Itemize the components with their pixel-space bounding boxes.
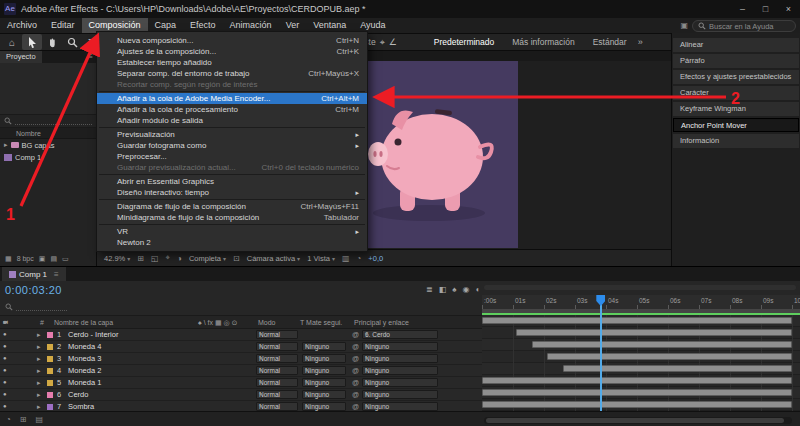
color-depth-label[interactable]: 8 bpc <box>17 255 34 262</box>
menu-item-minidiagrama-de-flujo-de-la-composicion[interactable]: Minidiagrama de flujo de la composiciónT… <box>97 212 367 223</box>
hand-tool-icon[interactable] <box>42 34 62 50</box>
menu-item-newton-2[interactable]: Newton 2 <box>97 237 367 248</box>
trkmat-dropdown[interactable]: Ninguno▾ <box>302 366 346 375</box>
pickwhip-icon[interactable]: @ <box>352 365 359 376</box>
project-column-header[interactable]: Nombre <box>0 128 96 139</box>
menu-item-nueva-composicion[interactable]: Nueva composición...Ctrl+N <box>97 35 367 46</box>
switches-header[interactable]: ♠ \ fx ▦ ◎ ⊙ <box>198 316 237 329</box>
draft-3d-icon[interactable]: ◧ <box>439 285 447 294</box>
expand-toggle[interactable]: ▸ <box>37 329 41 340</box>
project-item-comp-1[interactable]: Comp 1 <box>0 151 96 163</box>
expand-toggle[interactable]: ▸ <box>37 365 41 376</box>
delete-icon[interactable]: ▭ <box>62 255 69 263</box>
parent-dropdown[interactable]: Ninguno▾ <box>362 402 438 411</box>
project-search-field[interactable] <box>15 117 92 125</box>
menubar-item-editar[interactable]: Editar <box>44 18 82 33</box>
time-ruler[interactable]: :00s01s02s03s04s05s06s07s08s09s10s <box>482 295 800 309</box>
sidebar-panel-efectos-y-ajustes-preestablecidos[interactable]: Efectos y ajustes preestablecidos <box>673 70 799 84</box>
mode-dropdown[interactable]: Normal▾ <box>256 390 298 399</box>
mode-dropdown[interactable]: Normal▾ <box>256 378 298 387</box>
menu-item-previsualizacion[interactable]: Previsualización▸ <box>97 129 367 140</box>
pickwhip-icon[interactable]: @ <box>352 353 359 364</box>
expand-toggle[interactable]: ▸ <box>37 341 41 352</box>
current-timecode[interactable]: 0:00:03:20 <box>5 284 62 296</box>
visibility-toggle[interactable]: ● <box>3 365 7 376</box>
timeline-graph[interactable]: :00s01s02s03s04s05s06s07s08s09s10s <box>482 281 800 411</box>
trkmat-dropdown[interactable]: Ninguno▾ <box>302 402 346 411</box>
layer-row-moneda-2[interactable]: ●▸4Moneda 2Normal▾Ninguno▾@Ninguno▾ <box>0 365 482 377</box>
workspace-tab-estandar[interactable]: Estándar <box>584 34 636 50</box>
menu-item-diseno-interactivo-tiempo[interactable]: Diseño interactivo: tiempo▸ <box>97 187 367 198</box>
sidebar-panel-caracter[interactable]: Carácter <box>673 86 799 100</box>
resolution-dropdown[interactable]: Completa▾ <box>189 254 226 263</box>
panel-menu-icon[interactable]: ≡ <box>54 270 59 279</box>
visibility-toggle[interactable]: ● <box>3 341 7 352</box>
parent-dropdown[interactable]: Ninguno▾ <box>362 354 438 363</box>
home-tool-icon[interactable]: ⌂ <box>2 34 22 50</box>
sidebar-panel-informacion[interactable]: Información <box>673 134 799 148</box>
layer-duration-bar[interactable] <box>516 329 792 336</box>
expand-toggle[interactable]: ▸ <box>37 377 41 388</box>
comp-mini-flowchart-icon[interactable]: ≣ <box>426 285 433 294</box>
snapshot-icon[interactable]: ⌖ <box>166 253 171 263</box>
visibility-toggle[interactable]: ● <box>3 377 7 388</box>
expand-toggle[interactable]: ▸ <box>37 353 41 364</box>
layer-number-header[interactable]: # <box>40 316 44 329</box>
menu-item-ajustes-de-la-composicion[interactable]: Ajustes de la composición...Ctrl+K <box>97 46 367 57</box>
parent-dropdown[interactable]: Ninguno▾ <box>362 378 438 387</box>
label-color-chip[interactable] <box>47 404 53 410</box>
maximize-button[interactable]: □ <box>754 0 777 18</box>
expand-toggle[interactable]: ▸ <box>37 389 41 400</box>
mode-dropdown[interactable]: Normal▾ <box>256 354 298 363</box>
motion-blur-icon[interactable]: ◐ <box>476 285 481 294</box>
trkmat-dropdown[interactable]: Ninguno▾ <box>302 390 346 399</box>
tab-proyecto[interactable]: Proyecto <box>0 51 42 63</box>
panel-menu-icon[interactable]: ≡ <box>88 51 96 63</box>
menu-item-diagrama-de-flujo-de-la-composicion[interactable]: Diagrama de flujo de la composiciónCtrl+… <box>97 201 367 212</box>
menubar-item-archivo[interactable]: Archivo <box>0 18 44 33</box>
mode-dropdown[interactable]: Normal▾ <box>256 366 298 375</box>
layer-name-header[interactable]: Nombre de la capa <box>54 316 113 329</box>
minimize-button[interactable]: – <box>731 0 754 18</box>
layer-duration-bar[interactable] <box>547 353 792 360</box>
layer-duration-bar[interactable] <box>482 377 792 384</box>
camera-view-dropdown[interactable]: Cámara activa▾ <box>247 254 300 263</box>
visibility-toggle[interactable]: ● <box>3 353 7 364</box>
parent-dropdown[interactable]: Ninguno▾ <box>362 366 438 375</box>
trkmat-dropdown[interactable]: Ninguno▾ <box>302 342 346 351</box>
parent-dropdown[interactable]: 6. Cerdo▾ <box>362 330 438 339</box>
snap-toggle-icon[interactable]: ⌖ <box>380 37 385 48</box>
menu-item-guardar-previsualizacion-actual[interactable]: Guardar previsualización actual...Ctrl+0… <box>97 162 367 173</box>
layer-row-moneda-1[interactable]: ●▸5Moneda 1Normal▾Ninguno▾@Ninguno▾ <box>0 377 482 389</box>
pickwhip-icon[interactable]: @ <box>352 389 359 400</box>
timeline-search-field[interactable] <box>16 304 67 311</box>
project-item-bg-capas[interactable]: ▸BG capas <box>0 139 96 151</box>
mode-dropdown[interactable]: Normal▾ <box>256 402 298 411</box>
mode-dropdown[interactable]: Normal▾ <box>256 330 298 339</box>
label-color-chip[interactable] <box>47 356 53 362</box>
layer-row-cerdo[interactable]: ●▸6CerdoNormal▾Ninguno▾@Ninguno▾ <box>0 389 482 401</box>
tab-comp-1[interactable]: Comp 1 ≡ <box>2 267 66 281</box>
sidebar-panel-anchor-point-mover[interactable]: Anchor Point Mover <box>673 118 799 132</box>
parent-link-header[interactable]: Principal y enlace <box>354 316 409 329</box>
pickwhip-icon[interactable]: @ <box>352 377 359 388</box>
pixel-aspect-icon[interactable]: ▥ <box>342 254 350 263</box>
in-out-columns-icon[interactable]: ▤ <box>36 415 44 424</box>
new-folder-icon[interactable]: ▣ <box>39 255 46 263</box>
expand-in-out-icon[interactable]: ◔ <box>6 415 11 424</box>
frame-blending-icon[interactable]: ◉ <box>463 285 470 294</box>
new-comp-icon[interactable]: ▤ <box>50 255 57 263</box>
trkmat-header[interactable]: T Mate segui. <box>300 316 342 329</box>
help-search[interactable]: Buscar en la Ayuda <box>692 20 796 32</box>
label-color-chip[interactable] <box>47 344 53 350</box>
parent-dropdown[interactable]: Ninguno▾ <box>362 390 438 399</box>
layer-duration-bar[interactable] <box>563 365 792 372</box>
selection-tool-icon[interactable] <box>22 34 42 50</box>
visibility-toggle[interactable]: ● <box>3 389 7 400</box>
sidebar-panel-alinear[interactable]: Alinear <box>673 38 799 52</box>
pickwhip-icon[interactable]: @ <box>352 329 359 340</box>
snap-options-icon[interactable]: ∠ <box>389 37 397 48</box>
label-color-chip[interactable] <box>47 332 53 338</box>
trkmat-dropdown[interactable]: Ninguno▾ <box>302 354 346 363</box>
layer-duration-bar[interactable] <box>482 389 792 396</box>
